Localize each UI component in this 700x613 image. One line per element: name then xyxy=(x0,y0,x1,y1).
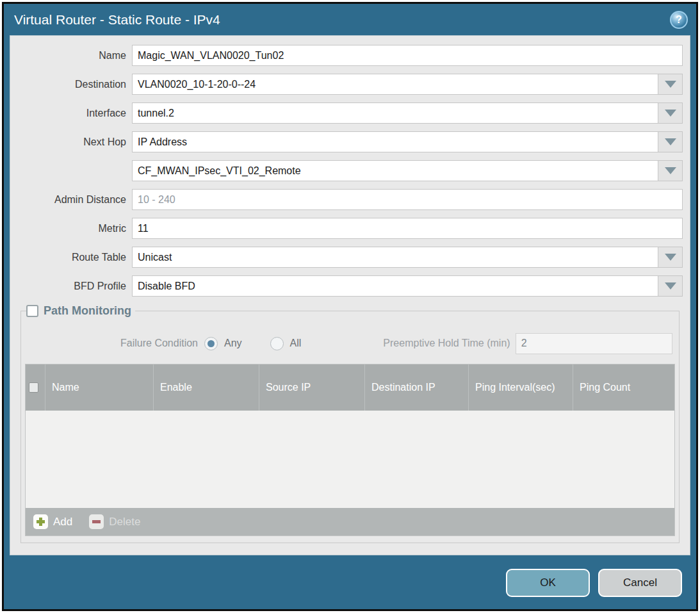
path-monitoring-table: Name Enable Source IP Destination IP Pin… xyxy=(25,364,675,536)
metric-input[interactable] xyxy=(132,218,683,239)
admin-distance-input[interactable] xyxy=(132,189,683,210)
form-row-name: Name xyxy=(10,45,683,66)
radio-option-all[interactable]: All xyxy=(270,337,302,350)
name-label: Name xyxy=(10,50,132,61)
next-hop-type-input[interactable] xyxy=(132,131,658,152)
table-header-row: Name Enable Source IP Destination IP Pin… xyxy=(26,364,674,411)
path-monitoring-legend: Path Monitoring xyxy=(26,304,135,318)
form-row-metric: Metric xyxy=(10,218,683,239)
path-monitoring-title: Path Monitoring xyxy=(44,304,131,318)
form-row-next-hop: Next Hop xyxy=(10,131,683,152)
form-row-interface: Interface xyxy=(10,102,683,124)
name-input[interactable] xyxy=(132,45,683,66)
chevron-down-icon xyxy=(665,254,676,261)
dialog-title: Virtual Router - Static Route - IPv4 xyxy=(14,12,220,28)
delete-button-label: Delete xyxy=(109,516,140,528)
dialog-footer-buttons: OK Cancel xyxy=(506,569,682,597)
static-route-form: Name Destination Interface xyxy=(10,36,690,297)
help-icon-glyph: ? xyxy=(676,14,682,26)
route-table-label: Route Table xyxy=(10,252,132,263)
column-header-source-ip[interactable]: Source IP xyxy=(259,364,364,411)
select-all-checkbox[interactable] xyxy=(29,382,38,393)
column-header-enable[interactable]: Enable xyxy=(153,364,259,411)
ok-button[interactable]: OK xyxy=(506,569,590,597)
plus-icon xyxy=(33,514,48,529)
destination-dropdown-button[interactable] xyxy=(658,74,683,95)
chevron-down-icon xyxy=(665,167,676,174)
table-body-empty xyxy=(26,411,674,508)
radio-all-label: All xyxy=(290,338,302,349)
admin-distance-label: Admin Distance xyxy=(10,194,132,206)
path-monitoring-section: Path Monitoring Failure Condition Any Al… xyxy=(20,304,680,543)
preemptive-hold-time-label: Preemptive Hold Time (min) xyxy=(383,338,510,349)
preemptive-hold-time-input[interactable] xyxy=(516,333,672,354)
next-hop-type-dropdown-button[interactable] xyxy=(658,131,683,152)
add-button-label: Add xyxy=(53,516,72,528)
interface-label: Interface xyxy=(10,108,132,119)
form-row-destination: Destination xyxy=(10,74,683,95)
chevron-down-icon xyxy=(665,81,676,88)
next-hop-address-input[interactable] xyxy=(132,160,658,181)
help-icon[interactable]: ? xyxy=(670,11,688,29)
bfd-profile-input[interactable] xyxy=(132,275,658,297)
path-monitoring-checkbox[interactable] xyxy=(26,305,38,317)
radio-any-label: Any xyxy=(224,338,242,349)
form-row-route-table: Route Table xyxy=(10,247,683,268)
radio-all-icon xyxy=(270,337,284,350)
static-route-dialog: Virtual Router - Static Route - IPv4 ? N… xyxy=(2,2,698,611)
delete-button[interactable]: Delete xyxy=(89,514,140,529)
next-hop-address-dropdown-button[interactable] xyxy=(658,160,683,181)
route-table-input[interactable] xyxy=(132,247,658,268)
column-header-ping-interval[interactable]: Ping Interval(sec) xyxy=(468,364,573,411)
destination-input[interactable] xyxy=(132,74,658,95)
failure-condition-row: Failure Condition Any All Preemptive Hol… xyxy=(25,332,675,355)
dialog-titlebar: Virtual Router - Static Route - IPv4 xyxy=(4,4,696,35)
next-hop-label: Next Hop xyxy=(10,136,132,148)
column-header-destination-ip[interactable]: Destination IP xyxy=(364,364,468,411)
bfd-profile-dropdown-button[interactable] xyxy=(658,275,683,297)
chevron-down-icon xyxy=(665,138,676,145)
radio-any-icon xyxy=(204,337,218,350)
form-row-bfd-profile: BFD Profile xyxy=(10,275,683,297)
chevron-down-icon xyxy=(665,282,676,290)
column-header-name[interactable]: Name xyxy=(45,364,153,411)
bfd-profile-label: BFD Profile xyxy=(10,281,132,292)
dialog-content: Name Destination Interface xyxy=(10,35,690,555)
form-row-next-hop-address xyxy=(10,160,683,181)
failure-condition-label: Failure Condition xyxy=(25,338,204,349)
table-actions-bar: Add Delete xyxy=(26,508,674,535)
metric-label: Metric xyxy=(10,223,132,234)
route-table-dropdown-button[interactable] xyxy=(658,247,683,268)
radio-option-any[interactable]: Any xyxy=(204,337,242,350)
table-header-checkbox-cell xyxy=(26,364,45,411)
interface-input[interactable] xyxy=(132,102,658,124)
chevron-down-icon xyxy=(665,110,676,117)
cancel-button[interactable]: Cancel xyxy=(598,569,682,597)
destination-label: Destination xyxy=(10,79,132,90)
form-row-admin-distance: Admin Distance xyxy=(10,189,683,210)
interface-dropdown-button[interactable] xyxy=(658,102,683,124)
failure-condition-radio-group: Any All xyxy=(204,337,301,350)
minus-icon xyxy=(89,514,104,529)
column-header-ping-count[interactable]: Ping Count xyxy=(573,364,674,411)
add-button[interactable]: Add xyxy=(33,514,72,529)
